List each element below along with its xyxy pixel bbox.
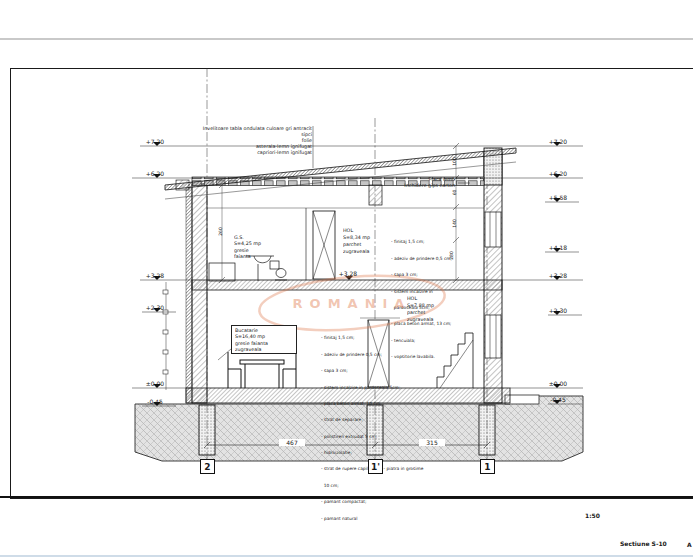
level-right-000: ±0.00 xyxy=(541,380,575,387)
roof xyxy=(165,148,516,199)
level-left-720: +7.20 xyxy=(138,138,172,145)
dim-260: 260 xyxy=(217,224,222,239)
downpipe xyxy=(163,282,168,390)
level-right-m045: -0.45 xyxy=(541,396,575,403)
room-label-hol-upper: HOL S=8,34 mp parchet zugraveala xyxy=(343,226,370,255)
room-label-bucatarie-box: Bucatarie S=16,40 mp gresie faianta zugr… xyxy=(231,325,297,354)
dim-140: 140 xyxy=(451,216,456,231)
level-right-558: +5.58 xyxy=(541,194,575,201)
level-left-230: +2.30 xyxy=(138,304,172,311)
level-right-620: +6.20 xyxy=(541,170,575,177)
dim-467: 467 xyxy=(279,439,305,446)
level-left-620: +6.20 xyxy=(138,170,172,177)
axis-bubble-2: 2 xyxy=(200,459,215,474)
kitchen-furniture xyxy=(228,352,296,388)
room-label-gs: G.S. S=4,25 mp gresie faianta xyxy=(234,234,261,260)
drawing-viewer-page: Invelitoare tabla ondulata culoare gri a… xyxy=(0,0,693,557)
dim-60: 60 xyxy=(451,185,456,200)
ceiling-note: Placa lemn Inchidere gips carton xyxy=(375,176,455,188)
axis-bubble-1prim: 1' xyxy=(368,459,383,474)
level-interior-328: +3.28 xyxy=(333,270,363,277)
scale-label: 1:50 xyxy=(585,512,600,519)
level-right-418: +4.18 xyxy=(541,244,575,251)
watermark-text: ROMANIA xyxy=(262,296,442,311)
corner-letter: A xyxy=(687,541,692,548)
level-right-720: +7.20 xyxy=(541,138,575,145)
dim-315: 315 xyxy=(419,439,445,446)
floor-layers-ground: - finisaj 1,5 cm; - adeziv de prindere 0… xyxy=(321,324,425,532)
room-label-bucatarie: Bucatarie S=16,40 mp gresie faianta zugr… xyxy=(235,327,284,353)
level-left-328: +3.28 xyxy=(138,272,172,279)
axis-bubble-1: 1 xyxy=(480,459,495,474)
level-right-328: +3.28 xyxy=(541,272,575,279)
bathroom-fixtures xyxy=(209,256,287,281)
dim-100: 100 xyxy=(451,154,456,169)
level-left-000: ±0.00 xyxy=(138,380,172,387)
dim-280: 280 xyxy=(448,248,453,263)
titleblock-divider xyxy=(0,496,693,498)
sheet-title: Sectiune S-10 xyxy=(620,540,667,547)
level-right-230: +2.30 xyxy=(541,307,575,314)
level-left-m045: -0.45 xyxy=(138,398,172,405)
